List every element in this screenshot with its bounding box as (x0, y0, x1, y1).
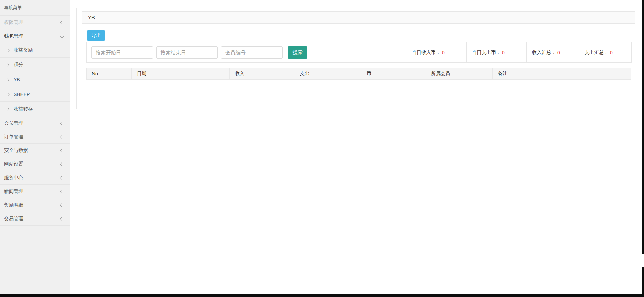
sidebar-item-security-data[interactable]: 安全与数据 (0, 144, 70, 157)
sidebar-item-news[interactable]: 新闻管理 (0, 185, 70, 198)
member-id-input[interactable] (221, 46, 283, 59)
chevron-left-icon (60, 121, 64, 125)
search-filters: 搜索 (87, 42, 406, 62)
stat-daily-expense: 当日支出币： 0 (466, 42, 526, 62)
sidebar-title: 导航菜单 (0, 0, 70, 16)
start-date-input[interactable] (91, 46, 153, 59)
stat-daily-income: 当日收入币： 0 (406, 42, 466, 62)
stat-value: 0 (610, 50, 613, 55)
records-table: No. 日期 收入 支出 币 所属会员 备注 (86, 68, 631, 80)
chevron-right-icon (6, 93, 10, 96)
column-member: 所属会员 (426, 68, 493, 80)
sidebar-item-service-center[interactable]: 服务中心 (0, 171, 70, 185)
chevron-right-icon (6, 78, 10, 81)
end-date-input[interactable] (156, 46, 218, 59)
chevron-left-icon (60, 189, 64, 193)
sidebar-item-permissions[interactable]: 权限管理 (0, 16, 70, 29)
chevron-left-icon (60, 217, 64, 221)
column-no: No. (87, 68, 132, 80)
sidebar-item-members[interactable]: 会员管理 (0, 116, 70, 130)
export-button[interactable]: 导出 (87, 30, 105, 41)
search-button[interactable]: 搜索 (288, 46, 307, 59)
stat-value: 0 (557, 50, 560, 55)
sidebar-item-reward-detail[interactable]: 奖励明细 (0, 198, 70, 212)
stat-income-total: 收入汇总： 0 (526, 42, 579, 62)
stat-value: 0 (442, 50, 445, 55)
column-income: 收入 (230, 68, 295, 80)
filter-stats-row: 搜索 当日收入币： 0 当日支出币： 0 收入汇总： 0 支出汇总： 0 (86, 42, 632, 63)
column-coin: 币 (361, 68, 426, 80)
chevron-right-icon (6, 107, 10, 111)
page-title: YB (88, 15, 95, 20)
sidebar-item-income-transfer[interactable]: 收益转存 (0, 102, 70, 116)
sidebar: 导航菜单 权限管理 钱包管理 收益奖励 积分 YB SHEEP 收益转存 (0, 0, 70, 294)
stat-label: 当日收入币： (412, 50, 441, 56)
stat-label: 支出汇总： (585, 50, 609, 56)
sidebar-item-sheep[interactable]: SHEEP (0, 87, 70, 102)
sidebar-item-wallet[interactable]: 钱包管理 (0, 29, 70, 43)
stat-label: 收入汇总： (532, 50, 556, 56)
sidebar-item-orders[interactable]: 订单管理 (0, 130, 70, 144)
chevron-right-icon (6, 48, 10, 52)
chevron-right-icon (6, 63, 10, 67)
scrollbar-track[interactable] (642, 0, 644, 294)
sidebar-item-site-settings[interactable]: 网站设置 (0, 157, 70, 171)
chevron-down-icon (60, 34, 64, 38)
column-remark: 备注 (493, 68, 631, 80)
bottom-edge-bar (0, 294, 644, 297)
stat-expense-total: 支出汇总： 0 (579, 42, 631, 62)
scrollbar-thumb[interactable] (642, 254, 644, 267)
stat-value: 0 (502, 50, 505, 55)
chevron-left-icon (60, 176, 64, 180)
chevron-left-icon (60, 20, 64, 24)
column-date: 日期 (132, 68, 230, 80)
stat-label: 当日支出币： (472, 50, 501, 56)
column-expense: 支出 (295, 68, 361, 80)
chevron-left-icon (60, 135, 64, 139)
table-header-row: No. 日期 收入 支出 币 所属会员 备注 (87, 68, 631, 80)
chevron-left-icon (60, 162, 64, 166)
chevron-left-icon (60, 203, 64, 207)
chevron-left-icon (60, 148, 64, 152)
sidebar-item-yb[interactable]: YB (0, 72, 70, 87)
sidebar-item-income-reward[interactable]: 收益奖励 (0, 43, 70, 58)
card-header: YB (82, 12, 635, 24)
sidebar-item-transactions[interactable]: 交易管理 (0, 212, 70, 226)
sidebar-item-points[interactable]: 积分 (0, 58, 70, 72)
page: 导航菜单 权限管理 钱包管理 收益奖励 积分 YB SHEEP 收益转存 (0, 0, 644, 297)
